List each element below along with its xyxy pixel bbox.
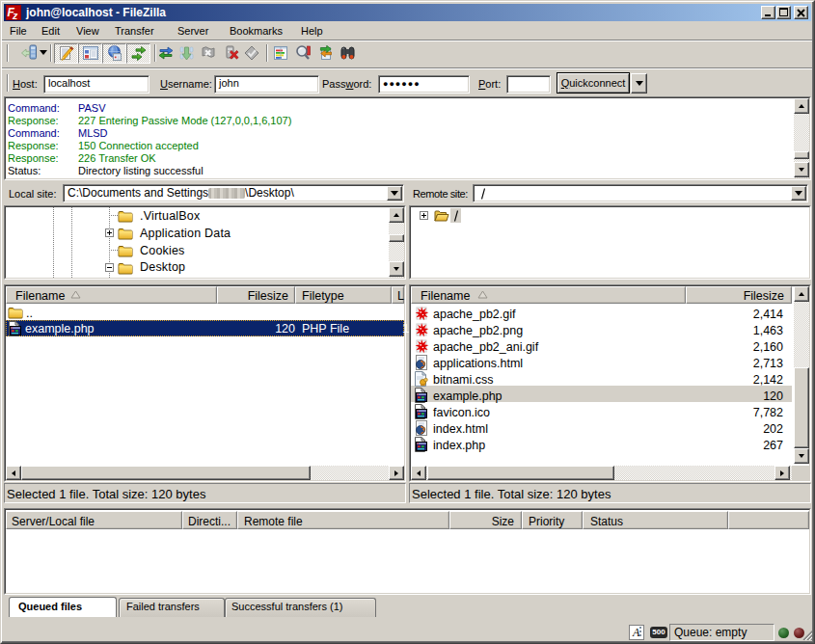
svg-text:z: z <box>12 10 18 21</box>
svg-text:A: A <box>632 626 640 639</box>
